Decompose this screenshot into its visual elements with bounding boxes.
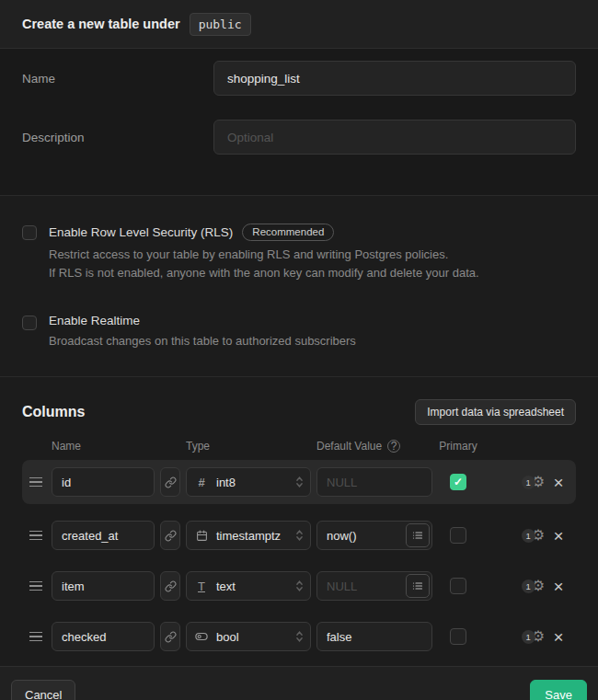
list-icon: [412, 580, 423, 591]
table-description-input[interactable]: [213, 120, 576, 155]
list-icon: [412, 530, 423, 541]
drag-handle-icon[interactable]: [29, 474, 46, 491]
column-settings-button[interactable]: 1 ⚙: [512, 528, 545, 543]
realtime-checkbox[interactable]: [22, 316, 37, 330]
create-table-dialog: Create a new table under public Name Des…: [0, 0, 598, 700]
rls-label: Enable Row Level Security (RLS): [49, 225, 233, 239]
column-name-input[interactable]: [52, 467, 155, 497]
table-options-section: Enable Row Level Security (RLS) Recommen…: [0, 196, 598, 377]
primary-checkbox[interactable]: ✓: [450, 474, 466, 490]
rls-option: Enable Row Level Security (RLS) Recommen…: [22, 224, 576, 282]
rls-description-line2: If RLS is not enabled, anyone with the a…: [49, 266, 479, 280]
foreign-key-link-icon[interactable]: [160, 622, 180, 651]
description-label: Description: [22, 131, 213, 144]
column-name-input[interactable]: [52, 622, 155, 651]
default-value-picker-button[interactable]: [406, 523, 430, 547]
column-type-select[interactable]: timestamptz: [186, 521, 311, 550]
column-header-type: Type: [186, 440, 311, 453]
column-default-input: [316, 467, 432, 497]
name-label: Name: [22, 72, 213, 86]
chevron-updown-icon: [295, 476, 304, 488]
column-name-input[interactable]: [52, 521, 155, 550]
drag-handle-icon[interactable]: [29, 578, 46, 595]
rls-description: Restrict access to your table by enablin…: [49, 246, 576, 282]
text-icon: T: [195, 580, 208, 593]
settings-count-badge: 1: [522, 580, 535, 593]
dialog-header: Create a new table under public: [0, 0, 598, 49]
import-spreadsheet-button[interactable]: Import data via spreadsheet: [415, 399, 576, 425]
column-header-default: Default Value: [316, 440, 382, 453]
settings-count-badge: 1: [522, 529, 535, 543]
remove-column-button[interactable]: ×: [550, 578, 567, 595]
foreign-key-link-icon[interactable]: [160, 571, 180, 601]
settings-count-badge: 1: [522, 630, 535, 644]
primary-checkbox[interactable]: [450, 628, 466, 645]
toggle-icon: [195, 630, 208, 643]
column-default-input[interactable]: [316, 622, 432, 651]
default-value-picker-button[interactable]: [406, 574, 430, 598]
save-button[interactable]: Save: [530, 680, 587, 700]
primary-checkbox[interactable]: [450, 578, 466, 594]
column-settings-button[interactable]: 1 ⚙: [512, 629, 545, 644]
drag-handle-icon[interactable]: [29, 628, 46, 646]
drag-handle-icon[interactable]: [29, 527, 46, 545]
realtime-label: Enable Realtime: [49, 314, 140, 327]
column-type-value: timestamptz: [216, 529, 287, 543]
primary-checkbox[interactable]: [450, 527, 466, 544]
rls-description-line1: Restrict access to your table by enablin…: [49, 247, 448, 261]
settings-count-badge: 1: [522, 476, 535, 489]
cancel-button[interactable]: Cancel: [11, 680, 75, 700]
dialog-footer: Cancel Save: [0, 666, 598, 700]
remove-column-button[interactable]: ×: [550, 527, 567, 545]
chevron-updown-icon: [295, 529, 304, 542]
remove-column-button[interactable]: ×: [550, 474, 567, 491]
column-type-select[interactable]: bool: [186, 622, 311, 651]
table-properties-section: Name Description: [0, 49, 598, 196]
column-type-value: text: [216, 580, 287, 593]
column-type-select[interactable]: T text: [186, 571, 311, 601]
column-type-value: bool: [216, 630, 287, 644]
column-row-created-at: timestamptz 1 ⚙ ×: [22, 514, 576, 557]
foreign-key-link-icon[interactable]: [160, 467, 180, 497]
dialog-title: Create a new table under: [22, 17, 180, 31]
columns-title: Columns: [22, 404, 85, 420]
table-name-input[interactable]: [213, 61, 576, 96]
column-settings-button[interactable]: 1 ⚙: [512, 475, 545, 489]
hash-icon: #: [195, 476, 208, 489]
calendar-icon: [195, 530, 208, 542]
rls-checkbox[interactable]: [22, 225, 37, 240]
remove-column-button[interactable]: ×: [550, 628, 567, 646]
schema-badge: public: [190, 13, 251, 36]
column-type-select[interactable]: # int8: [186, 467, 311, 497]
help-icon[interactable]: ?: [387, 440, 400, 453]
column-type-value: int8: [216, 476, 287, 489]
column-row-item: T text 1 ⚙ ×: [22, 565, 576, 607]
column-name-input[interactable]: [52, 571, 155, 601]
chevron-updown-icon: [295, 630, 304, 643]
column-header-name: Name: [52, 440, 155, 453]
columns-header-row: Name Type Default Value ? Primary: [22, 440, 576, 453]
foreign-key-link-icon[interactable]: [160, 521, 180, 550]
column-row-id: # int8 ✓ 1 ⚙ ×: [22, 460, 576, 504]
column-settings-button[interactable]: 1 ⚙: [512, 579, 545, 593]
columns-section: Columns Import data via spreadsheet Name…: [0, 377, 598, 666]
recommended-badge: Recommended: [242, 224, 334, 241]
realtime-option: Enable Realtime Broadcast changes on thi…: [22, 314, 576, 350]
realtime-description: Broadcast changes on this table to autho…: [49, 332, 576, 350]
column-row-checked: bool 1 ⚙ ×: [22, 615, 576, 658]
column-header-primary: Primary: [438, 440, 478, 453]
chevron-updown-icon: [295, 580, 304, 592]
